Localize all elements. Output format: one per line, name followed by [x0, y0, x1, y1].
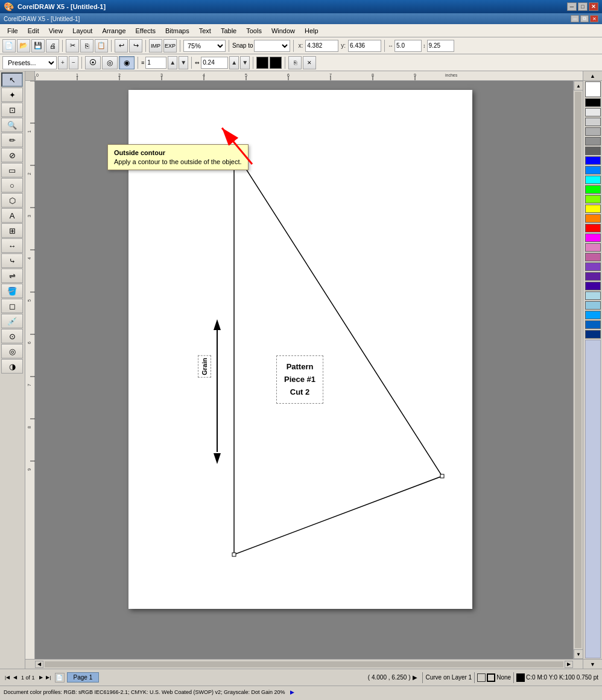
menu-view[interactable]: View [44, 26, 68, 36]
text-tool[interactable]: A [1, 208, 23, 223]
menu-bitmaps[interactable]: Bitmaps [160, 26, 194, 36]
clear-contour-button[interactable]: ✕ [303, 56, 316, 69]
color-white2[interactable] [585, 108, 601, 116]
inner-minimize[interactable]: ─ [571, 15, 579, 22]
color-lblue[interactable] [585, 291, 601, 300]
shape-tool[interactable]: ✦ [1, 88, 23, 102]
menu-layout[interactable]: Layout [68, 26, 97, 36]
eyedropper-tool[interactable]: 💉 [1, 314, 23, 328]
cmyk-swatch[interactable] [516, 673, 525, 682]
table-tool[interactable]: ⊞ [1, 223, 23, 238]
scroll-up-button[interactable]: ▲ [574, 81, 583, 91]
profile-arrow[interactable]: ▶ [290, 689, 294, 695]
scroll-left-button[interactable]: ◀ [35, 661, 43, 668]
node-handle-bottom[interactable] [232, 553, 236, 556]
color-lgreen[interactable] [585, 195, 601, 203]
smart-fill-tool[interactable]: ⊘ [1, 148, 23, 162]
cursor-icon[interactable]: ▶ [413, 674, 420, 681]
outline-color-indicator[interactable] [487, 673, 495, 682]
color-dpink[interactable] [585, 253, 601, 261]
color-scroll-up[interactable]: ▲ [583, 71, 602, 81]
color-black[interactable] [585, 98, 601, 107]
color-gray3[interactable] [585, 147, 601, 155]
menu-table[interactable]: Table [216, 26, 241, 36]
scroll-right-button[interactable]: ▶ [565, 661, 573, 668]
ellipse-tool[interactable]: ○ [1, 178, 23, 192]
fill-tool[interactable]: 🪣 [1, 284, 23, 298]
contour-to-center-button[interactable]: ⦿ [85, 56, 101, 69]
color-cerulean[interactable] [585, 311, 601, 319]
add-page-button[interactable]: 📄 [55, 673, 65, 682]
contour-fill-swatch[interactable] [270, 57, 282, 69]
color-pink[interactable] [585, 243, 601, 252]
undo-button[interactable]: ↩ [115, 39, 128, 52]
zoom-tool[interactable]: 🔍 [1, 118, 23, 132]
menu-effects[interactable]: Effects [131, 26, 160, 36]
outline-tool[interactable]: ◻ [1, 299, 23, 313]
x-input[interactable] [305, 40, 338, 52]
color-green[interactable] [585, 185, 601, 194]
polygon-tool[interactable]: ⬡ [1, 193, 23, 208]
color-lgray[interactable] [585, 118, 601, 126]
canvas-area[interactable]: Grain Pattern Piece #1 Cut 2 Outside con… [35, 81, 573, 659]
crop-tool[interactable]: ⊡ [1, 103, 23, 117]
vertical-scrollbar[interactable]: ▲ ▼ [573, 81, 583, 659]
horizontal-scrollbar[interactable]: ◀ ▶ [35, 660, 573, 669]
color-cobalt[interactable] [585, 320, 601, 329]
snap-select[interactable] [254, 40, 290, 52]
page1-tab[interactable]: Page 1 [67, 672, 100, 682]
color-navy[interactable] [585, 330, 601, 339]
contour-color-swatch[interactable] [256, 57, 268, 69]
menu-window[interactable]: Window [267, 26, 300, 36]
color-cyan[interactable] [585, 176, 601, 184]
color-purple[interactable] [585, 262, 601, 271]
color-last[interactable] [585, 340, 601, 658]
menu-arrange[interactable]: Arrange [97, 26, 130, 36]
minimize-button[interactable]: ─ [567, 2, 577, 11]
rectangle-tool[interactable]: ▭ [1, 163, 23, 177]
menu-edit[interactable]: Edit [23, 26, 44, 36]
color-blue2[interactable] [585, 166, 601, 174]
color-violet[interactable] [585, 282, 601, 290]
menu-file[interactable]: File [2, 26, 23, 36]
contour-inside-button[interactable]: ◎ [102, 56, 118, 69]
color-gray2[interactable] [585, 137, 601, 145]
offset-down[interactable]: ▼ [240, 56, 250, 69]
blend-tool[interactable]: ⇌ [1, 269, 23, 283]
color-skyblue[interactable] [585, 301, 601, 310]
open-button[interactable]: 📂 [17, 39, 30, 52]
close-button[interactable]: ✕ [589, 2, 598, 11]
menu-text[interactable]: Text [194, 26, 216, 36]
connector-tool[interactable]: ⤷ [1, 253, 23, 268]
cut-button[interactable]: ✂ [66, 39, 79, 52]
color-dpurple[interactable] [585, 272, 601, 281]
redo-button[interactable]: ↪ [129, 39, 142, 52]
color-red[interactable] [585, 224, 601, 232]
interactive-fill-tool[interactable]: ⊙ [1, 329, 23, 343]
contour-outside-button[interactable]: ◉ [119, 56, 135, 69]
export-button[interactable]: EXP [163, 39, 177, 52]
dimension-tool[interactable]: ↔ [1, 238, 23, 253]
inner-close[interactable]: ✕ [590, 15, 598, 22]
fill-color-indicator[interactable] [477, 673, 486, 682]
steps-input[interactable] [145, 57, 166, 69]
save-button[interactable]: 💾 [31, 39, 45, 52]
steps-up[interactable]: ▲ [168, 56, 177, 69]
paste-button[interactable]: 📋 [95, 39, 108, 52]
steps-down[interactable]: ▼ [179, 56, 188, 69]
first-page-button[interactable]: |◀ [4, 674, 11, 681]
zoom-select[interactable]: 75% 50% 100% [183, 40, 226, 52]
new-button[interactable]: 📄 [2, 39, 16, 52]
menu-help[interactable]: Help [300, 26, 323, 36]
y-input[interactable] [348, 40, 381, 52]
freehand-tool[interactable]: ✏ [1, 133, 23, 147]
scroll-thumb[interactable] [575, 92, 581, 648]
last-page-button[interactable]: ▶| [45, 674, 52, 681]
color-magenta[interactable] [585, 234, 601, 242]
color-yellow[interactable] [585, 205, 601, 213]
import-button[interactable]: IMP [149, 39, 162, 52]
select-tool[interactable]: ↖ [1, 72, 23, 87]
contour-tool[interactable]: ◎ [1, 344, 23, 358]
color-scroll-down[interactable]: ▼ [583, 659, 602, 669]
h-scroll-thumb[interactable] [45, 661, 563, 667]
